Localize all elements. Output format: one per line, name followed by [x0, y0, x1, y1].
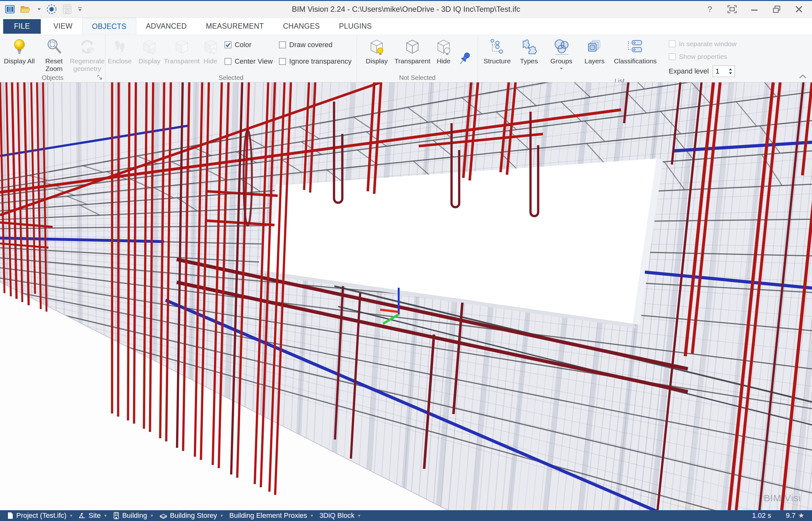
tab-measurement[interactable]: MEASUREMENT — [196, 18, 273, 35]
open-file-dropdown-icon[interactable] — [37, 3, 41, 16]
building-icon — [113, 512, 119, 519]
not-selected-group-label: Not Selected — [359, 74, 476, 82]
lightbulb-icon — [12, 38, 27, 56]
chevron-down-icon[interactable]: ▾ — [358, 513, 360, 518]
rating: 9.7 ★ — [786, 512, 804, 520]
chevron-down-icon[interactable]: ▾ — [104, 513, 107, 518]
tab-plugins[interactable]: PLUGINS — [329, 18, 381, 35]
tags-tree-icon — [626, 38, 645, 56]
expand-level-value[interactable]: 1 — [713, 66, 726, 77]
minimize-button[interactable] — [745, 2, 764, 16]
star-icon: ★ — [798, 512, 804, 520]
selected-transparent-button: Transparent — [164, 36, 200, 65]
spinner-up-icon — [729, 68, 732, 71]
structure-button[interactable]: Structure — [480, 36, 514, 65]
ribbon-tab-row: FILE VIEW OBJECTS ADVANCED MEASUREMENT C… — [0, 18, 812, 35]
puzzle-pieces-icon — [521, 38, 537, 56]
checkbox-box — [279, 41, 286, 48]
cube-bulb-on-icon — [369, 38, 385, 56]
types-button[interactable]: Types — [514, 36, 544, 65]
spinner-arrows[interactable] — [726, 66, 734, 77]
measurement-button-disabled — [62, 3, 72, 16]
objects-dialog-launcher-icon[interactable] — [97, 74, 103, 81]
breadcrumb-3diq-block[interactable]: 3DiQ Block ▾ — [317, 512, 363, 520]
open-file-button[interactable] — [20, 3, 32, 16]
load-time: 1.02 s — [752, 512, 771, 520]
breadcrumb-site[interactable]: Site ▾ — [76, 512, 109, 520]
chevron-down-icon[interactable]: ▾ — [151, 513, 153, 518]
breadcrumb-building-element-proxies[interactable]: Building Element Proxies ▾ — [227, 512, 315, 520]
not-selected-hide-button[interactable]: Hide — [430, 36, 457, 65]
not-selected-display-button[interactable]: Display — [359, 36, 395, 65]
selected-display-button: Display — [135, 36, 164, 65]
layers-icon — [586, 38, 603, 56]
quick-access-toolbar — [0, 3, 83, 16]
chevron-down-icon[interactable]: ▾ — [220, 513, 223, 518]
breadcrumb-building[interactable]: Building ▾ — [110, 512, 156, 520]
bim-model-canvas[interactable]: BIM Visi — [0, 83, 812, 510]
app-logo-icon — [4, 3, 15, 16]
checkbox-box — [224, 41, 232, 48]
draw-covered-checkbox[interactable]: Draw covered — [279, 41, 352, 49]
spinner-down-icon — [729, 72, 732, 74]
cube-bulb-icon — [141, 38, 157, 56]
site-icon — [79, 512, 86, 519]
tab-file[interactable]: FILE — [3, 19, 41, 34]
expand-level-spinner[interactable]: 1 — [712, 66, 735, 77]
center-view-checkbox[interactable]: Center View — [224, 57, 272, 66]
groups-dropdown-icon[interactable] — [559, 66, 564, 71]
cube-icon — [174, 38, 190, 56]
help-button[interactable]: ? — [700, 2, 720, 16]
pushpin-icon[interactable] — [457, 51, 471, 68]
chevron-down-icon[interactable]: ▾ — [70, 513, 72, 518]
tab-advanced[interactable]: ADVANCED — [136, 18, 196, 35]
structure-tree-icon — [489, 38, 505, 56]
checkbox-box — [669, 53, 676, 60]
regenerate-icon — [79, 38, 95, 56]
classifications-button[interactable]: Classifications — [610, 36, 661, 65]
cube-bulb-off-icon — [202, 38, 218, 56]
breadcrumb-building-storey[interactable]: Building Storey ▾ — [157, 512, 226, 520]
record-view-button[interactable] — [46, 3, 57, 16]
cube-bulb-gray-icon — [436, 38, 452, 56]
tab-changes[interactable]: CHANGES — [273, 18, 330, 35]
tab-view[interactable]: VIEW — [44, 18, 82, 35]
checkbox-box — [224, 58, 232, 65]
selected-group-label: Selected — [107, 74, 355, 82]
color-checkbox[interactable]: Color — [224, 41, 272, 49]
tab-objects[interactable]: OBJECTS — [82, 18, 136, 35]
checkbox-box — [669, 40, 676, 47]
ignore-transparency-checkbox[interactable]: Ignore transparency — [279, 57, 352, 66]
document-icon — [7, 512, 14, 519]
ribbon-group-objects: Display All Reset Zoom Regenerate geomet… — [0, 35, 105, 82]
window-title: BIM Vision 2.24 - C:\Users\mike\OneDrive… — [0, 5, 812, 14]
ribbon: Display All Reset Zoom Regenerate geomet… — [0, 35, 812, 83]
chevron-down-icon[interactable]: ▾ — [311, 513, 313, 518]
breadcrumb-project[interactable]: Project (Test.ifc) ▾ — [4, 512, 75, 520]
fullscreen-button[interactable] — [722, 2, 742, 16]
selected-hide-button: Hide — [200, 36, 221, 65]
venn-circles-icon — [552, 38, 570, 56]
storey-icon — [159, 512, 167, 519]
ribbon-group-not-selected: Display Transparent Hide Not Selected — [357, 35, 478, 82]
show-properties-checkbox[interactable]: Show properties — [669, 53, 737, 61]
magnifier-icon — [46, 38, 62, 56]
not-selected-transparent-button[interactable]: Transparent — [395, 36, 430, 65]
display-all-button[interactable]: Display All — [2, 36, 37, 65]
restore-button[interactable] — [767, 2, 787, 16]
enclose-button: Enclose — [107, 36, 132, 65]
collapse-ribbon-icon[interactable] — [798, 74, 807, 80]
viewport-3d[interactable]: BIM Visi — [0, 83, 812, 510]
close-button[interactable] — [789, 2, 809, 16]
expand-level-label: Expand level — [669, 67, 709, 75]
in-separate-window-checkbox[interactable]: In separate window — [669, 40, 737, 48]
ribbon-group-selected: Enclose Display Transparent Hide — [105, 35, 357, 82]
groups-button[interactable]: Groups — [544, 36, 579, 71]
customize-toolbar-button[interactable] — [77, 3, 83, 16]
layers-button[interactable]: Layers — [579, 36, 610, 65]
statusbar: Project (Test.ifc) ▾ Site ▾ Building ▾ B… — [0, 510, 812, 521]
checkbox-box — [279, 58, 286, 65]
objects-group-label: Objects — [2, 74, 103, 82]
reset-zoom-button[interactable]: Reset Zoom — [37, 36, 71, 72]
titlebar: BIM Vision 2.24 - C:\Users\mike\OneDrive… — [0, 0, 812, 18]
